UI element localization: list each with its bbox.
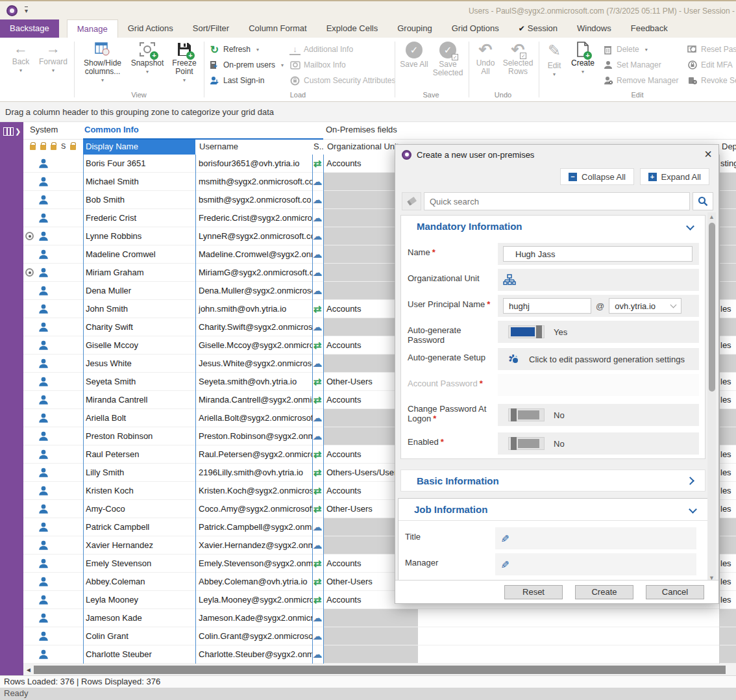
username-cell[interactable]: bsmith@sygx2.onmicrosoft.co <box>199 191 312 208</box>
display-name-cell[interactable]: Dena Muller <box>86 282 195 299</box>
display-name-cell[interactable]: Amy-Coco <box>86 500 195 518</box>
column-header-username[interactable]: Username <box>197 140 311 155</box>
forward-button[interactable]: → Forward▾ <box>36 42 70 73</box>
display-name-cell[interactable]: Patrick Campbell <box>86 518 195 536</box>
tab-grouping[interactable]: Grouping <box>387 19 441 38</box>
column-header-display-name[interactable]: Display Name <box>83 140 195 155</box>
grid-sidebar[interactable]: ❯ <box>0 122 23 675</box>
horizontal-scroll-thumb[interactable] <box>34 666 726 674</box>
tab-sort-filter[interactable]: Sort/Filter <box>183 19 239 38</box>
quick-access-caret-icon[interactable]: ▾ <box>25 6 28 15</box>
show-hide-columns-button[interactable]: Show/Hide columns...▾ <box>79 42 126 83</box>
search-input[interactable] <box>424 192 690 210</box>
scroll-left-arrow-icon[interactable]: ◄ <box>23 666 34 673</box>
additional-info-button[interactable]: ↓ Additional Info <box>289 43 353 56</box>
table-row[interactable]: Jameson Kade Jameson.Kade@sygx2.onmicro … <box>23 609 736 627</box>
display-name-cell[interactable]: Giselle Mccoy <box>86 336 195 354</box>
edit-button[interactable]: ✎ Edit▾ <box>543 42 566 77</box>
section-header-mandatory[interactable]: Mandatory Information <box>401 216 705 236</box>
username-cell[interactable]: john.smith@ovh.ytria.io <box>199 300 312 318</box>
username-cell[interactable]: Abbey.Coleman@ovh.ytria.io <box>199 573 312 590</box>
username-cell[interactable]: Dena.Muller@sygx2.onmicroso <box>199 282 312 299</box>
tab-grid-actions[interactable]: Grid Actions <box>118 19 183 38</box>
column-header-department-clipped[interactable]: Departm <box>719 140 736 155</box>
group-header-common-info[interactable]: Common Info <box>84 125 139 134</box>
snapshot-button[interactable]: + Snapshot▾ <box>129 42 166 75</box>
display-name-cell[interactable]: Colin Grant <box>86 627 195 645</box>
password-settings-link[interactable]: Click to edit password generation settin… <box>498 348 699 370</box>
username-cell[interactable]: Miranda.Cantrell@sygx2.onmic <box>199 391 312 408</box>
tab-windows[interactable]: Windows <box>567 19 621 38</box>
username-cell[interactable]: Jameson.Kade@sygx2.onmicro <box>199 609 312 627</box>
last-sign-in-button[interactable]: Last Sign-in <box>209 74 264 87</box>
display-name-cell[interactable]: Charity Swift <box>86 318 195 336</box>
username-cell[interactable]: Kristen.Koch@sygx2.onmicroso <box>199 482 312 499</box>
username-cell[interactable]: Seyeta.smith@ovh.ytria.io <box>199 373 312 390</box>
set-manager-button[interactable]: Set Manager <box>602 58 661 71</box>
section-basic-information[interactable]: Basic Information <box>400 469 705 492</box>
display-name-cell[interactable]: Bob Smith <box>86 191 195 208</box>
username-cell[interactable]: borisfour3651@ovh.ytria.io <box>199 155 312 172</box>
display-name-cell[interactable]: Seyeta Smith <box>86 373 195 390</box>
tab-feedback[interactable]: Feedback <box>621 19 678 38</box>
mailbox-info-button[interactable]: Mailbox Info <box>289 58 346 71</box>
username-cell[interactable]: Emely.Stevenson@sygx2.onmic <box>199 555 312 572</box>
cancel-button[interactable]: Cancel <box>646 585 704 599</box>
grouping-zone[interactable]: Drag a column header to this grouping zo… <box>0 102 736 122</box>
on-prem-users-button[interactable]: On-prem users▾ <box>209 58 284 71</box>
upn-domain-select[interactable]: ovh.ytria.io <box>609 298 681 314</box>
username-cell[interactable]: Patrick.Campbell@sygx2.onmic <box>199 518 312 536</box>
username-cell[interactable]: msmith@sygx2.onmicrosoft.co <box>199 173 312 190</box>
refresh-button[interactable]: ↻ Refresh▾ <box>209 43 259 56</box>
search-button[interactable] <box>693 192 713 210</box>
display-name-cell[interactable]: Leyla Mooney <box>86 591 195 608</box>
edit-mfa-button[interactable]: Edit MFA <box>687 58 733 71</box>
custom-security-attributes-button[interactable]: Custom Security Attributes <box>289 74 395 87</box>
tab-explode-cells[interactable]: Explode Cells <box>317 19 388 38</box>
revoke-session-button[interactable]: Revoke Session T <box>687 74 736 87</box>
save-all-button[interactable]: ✓ Save All <box>400 42 428 69</box>
display-name-cell[interactable]: Emely Stevenson <box>86 555 195 572</box>
username-cell[interactable]: Colin.Grant@sygx2.onmicrosof <box>199 627 312 645</box>
username-cell[interactable]: Frederic.Crist@sygx2.onmicros <box>199 209 312 227</box>
undo-selected-rows-button[interactable]: ↶✓ Selected Rows <box>501 42 535 76</box>
dialog-title-bar[interactable]: Create a new user on-premises × <box>395 145 718 164</box>
display-name-cell[interactable]: Xavier Hernandez <box>86 536 195 554</box>
username-cell[interactable]: Jesus.White@sygx2.onmicroso <box>199 355 312 372</box>
back-button[interactable]: ← Back▾ <box>8 42 34 73</box>
enabled-toggle[interactable] <box>508 437 545 450</box>
scroll-up-arrow-icon[interactable]: ▲ <box>707 214 716 220</box>
ou-picker[interactable] <box>498 269 699 291</box>
title-edit-field[interactable]: ✎ <box>495 527 696 549</box>
dialog-scroll-thumb[interactable] <box>709 223 715 392</box>
tab-manage[interactable]: Manage <box>67 19 118 38</box>
close-icon[interactable]: × <box>704 147 712 160</box>
display-name-cell[interactable]: Jameson Kade <box>86 609 195 627</box>
display-name-cell[interactable]: Michael Smith <box>86 173 195 190</box>
manager-edit-field[interactable]: ✎ <box>495 553 696 575</box>
reset-password-button[interactable]: ** Reset Password <box>687 43 736 56</box>
create-submit-button[interactable]: Create <box>575 585 633 599</box>
username-cell[interactable]: Xavier.Hernandez@sygx2.onmi <box>199 536 312 554</box>
display-name-cell[interactable]: Miriam Graham <box>86 264 195 281</box>
username-cell[interactable]: Preston.Robinson@sygx2.onmi <box>199 427 312 445</box>
display-name-cell[interactable]: Frederic Crist <box>86 209 195 227</box>
display-name-cell[interactable]: Kristen Koch <box>86 482 195 499</box>
username-cell[interactable]: Giselle.Mccoy@sygx2.onmicro <box>199 336 312 354</box>
username-cell[interactable]: Leyla.Mooney@sygx2.onmicro <box>199 591 312 608</box>
organizational-unit-cell[interactable] <box>324 609 418 627</box>
display-name-cell[interactable]: Abbey.Coleman <box>86 573 195 590</box>
username-cell[interactable]: MiriamG@sygx2.onmicrosoft.c <box>199 264 312 281</box>
collapse-all-button[interactable]: − Collapse All <box>560 168 634 185</box>
name-input[interactable] <box>503 246 693 262</box>
horizontal-scrollbar[interactable]: ◄ <box>23 664 736 675</box>
display-name-cell[interactable]: Charlotte Steuber <box>86 645 195 663</box>
username-cell[interactable]: Madeline.Cromwel@sygx2.onn <box>199 245 312 263</box>
organizational-unit-cell[interactable] <box>324 627 418 645</box>
organizational-unit-cell[interactable] <box>324 645 418 663</box>
username-cell[interactable]: 2196Lilly.smith@ovh.ytria.io <box>199 464 312 481</box>
autogen-password-toggle[interactable] <box>508 325 545 338</box>
change-password-toggle[interactable] <box>508 408 545 421</box>
dialog-scrollbar[interactable]: ▲ ▼ <box>707 212 716 582</box>
display-name-cell[interactable]: Lynne Robbins <box>86 227 195 245</box>
